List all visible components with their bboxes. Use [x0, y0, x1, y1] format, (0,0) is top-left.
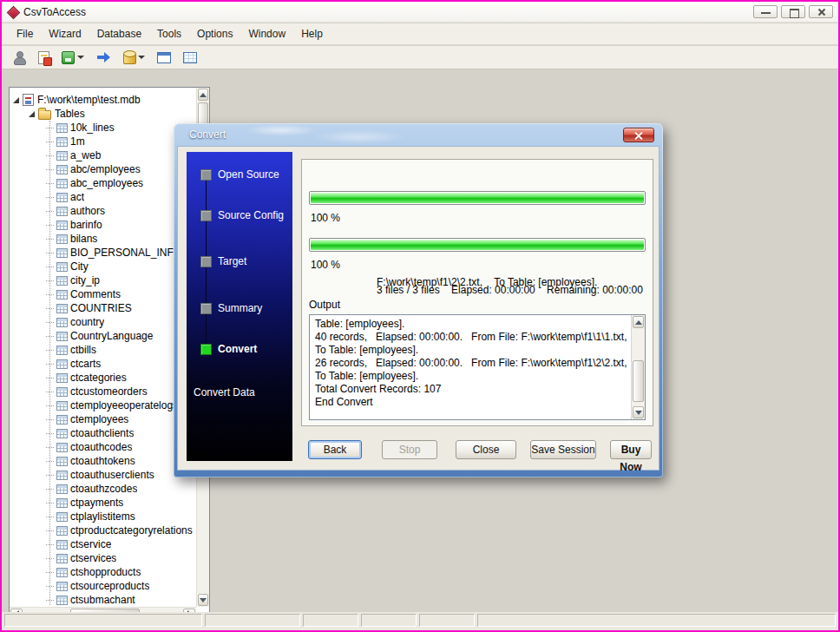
menu-help[interactable]: Help — [293, 25, 331, 43]
step-open-source[interactable]: Open Source — [200, 168, 279, 181]
close-icon[interactable] — [809, 5, 833, 18]
output-line: To Table: [employees]. — [315, 370, 626, 383]
close-button[interactable]: Close — [456, 440, 516, 459]
tree-item-label: City — [70, 260, 89, 273]
window-button[interactable] — [154, 49, 174, 67]
scrollbar-thumb[interactable] — [633, 360, 644, 402]
step-convert[interactable]: Convert — [200, 343, 257, 355]
scroll-down-icon[interactable] — [198, 594, 208, 606]
expand-icon[interactable] — [13, 97, 19, 103]
tree-item-10k-lines[interactable]: 10k_lines — [10, 121, 196, 135]
tree-item-countrylanguage[interactable]: CountryLanguage — [10, 329, 196, 343]
output-scrollbar[interactable] — [631, 315, 645, 419]
tree-item-1m[interactable]: 1m — [10, 135, 196, 148]
tree-item-ctplaylistitems[interactable]: ctplaylistitems — [10, 510, 196, 523]
output-text: Table: [employees].40 records, Elapsed: … — [310, 315, 631, 419]
tree-item-ctcustomeorders[interactable]: ctcustomeorders — [10, 385, 196, 398]
tree-item-ctsourceproducts[interactable]: ctsourceproducts — [10, 579, 196, 593]
dialog-title: Convert — [189, 128, 226, 141]
step-target[interactable]: Target — [200, 255, 246, 267]
scroll-up-icon[interactable] — [198, 89, 208, 101]
dropdown-arrow-icon[interactable] — [138, 56, 145, 59]
tree-item-ctservices[interactable]: ctservices — [10, 551, 196, 565]
dialog-close-icon[interactable] — [623, 128, 654, 142]
tree-item-ctemployeeoperatelogs[interactable]: ctemployeeoperatelogs — [10, 398, 196, 412]
table-button[interactable] — [180, 49, 200, 67]
tree-item-ctproductcategoryrelations[interactable]: ctproductcategoryrelations — [10, 523, 196, 537]
tree-item-label: barinfo — [70, 219, 102, 231]
scroll-up-icon[interactable] — [633, 316, 644, 328]
tree-item-ctoauthcodes[interactable]: ctoauthcodes — [10, 440, 196, 454]
tree-item-authors[interactable]: authors — [10, 204, 196, 218]
output-label: Output — [309, 299, 340, 311]
menu-tools[interactable]: Tools — [149, 25, 189, 43]
step-marker — [200, 210, 212, 221]
tree-item-label: ctoauthzcodes — [70, 483, 137, 495]
tree-item-country[interactable]: country — [10, 315, 196, 329]
tree-item-root[interactable]: F:\work\temp\test.mdb — [10, 93, 196, 107]
import-button[interactable] — [93, 47, 115, 68]
new-file-button[interactable] — [35, 48, 53, 68]
menu-window[interactable]: Window — [240, 25, 293, 43]
tree-item-label: Comments — [70, 288, 121, 300]
tree-item-tables[interactable]: Tables — [10, 107, 196, 121]
tree-item-ctsubmachant[interactable]: ctsubmachant — [10, 593, 196, 607]
step-label: Summary — [218, 302, 262, 314]
tree-item-ctpayments[interactable]: ctpayments — [10, 496, 196, 510]
tree-item-ctcategories[interactable]: ctcategories — [10, 371, 196, 385]
menu-wizard[interactable]: Wizard — [41, 25, 89, 43]
table-icon — [56, 179, 68, 188]
tree-item-a-web[interactable]: a_web — [10, 148, 196, 162]
tree-item-city-ip[interactable]: city_ip — [10, 273, 196, 287]
tree-item-act[interactable]: act — [10, 190, 196, 204]
tree-item-ctcarts[interactable]: ctcarts — [10, 357, 196, 371]
tree-item-label: ctproductcategoryrelations — [70, 524, 193, 537]
step-source-config[interactable]: Source Config — [200, 209, 284, 221]
tree-item-bio-personal-inf[interactable]: BIO_PERSONAL_INF — [10, 246, 196, 260]
status-panel — [205, 614, 300, 627]
tree-item-city[interactable]: City — [10, 260, 196, 273]
table-icon — [56, 151, 68, 161]
maximize-icon[interactable] — [781, 5, 805, 18]
toolbar — [2, 46, 838, 69]
tree-item-ctoauthuserclients[interactable]: ctoauthuserclients — [10, 468, 196, 482]
tree-item-comments[interactable]: Comments — [10, 287, 196, 301]
titlebar: CsvToAccess — [2, 2, 838, 23]
table-icon — [56, 443, 68, 452]
dialog-steps: Convert Data Open SourceSource ConfigTar… — [187, 152, 292, 461]
save-session-button[interactable]: Save Session — [530, 440, 596, 459]
tree-item-barinfo[interactable]: barinfo — [10, 218, 196, 232]
tree-item-abc-employees[interactable]: abc_employees — [10, 176, 196, 190]
tree-item-label: ctservices — [70, 552, 116, 564]
expand-icon[interactable] — [29, 111, 35, 117]
tree-item-ctemployees[interactable]: ctemployees — [10, 412, 196, 426]
menu-database[interactable]: Database — [89, 25, 149, 43]
tree-item-bilans[interactable]: bilans — [10, 232, 196, 246]
tree-item-ctoauthtokens[interactable]: ctoauthtokens — [10, 454, 196, 468]
back-button[interactable]: Back — [308, 440, 362, 459]
save-button[interactable] — [58, 48, 88, 68]
tree-item-label: bilans — [70, 233, 97, 245]
menu-options[interactable]: Options — [189, 25, 240, 43]
user-button[interactable] — [9, 47, 30, 68]
total-progress-bar — [309, 238, 646, 252]
scroll-down-icon[interactable] — [633, 406, 644, 418]
tree-item-countries[interactable]: COUNTRIES — [10, 301, 196, 315]
tree-item-ctoauthzcodes[interactable]: ctoauthzcodes — [10, 482, 196, 496]
tree-item-ctbills[interactable]: ctbills — [10, 343, 196, 357]
table-icon — [56, 568, 68, 577]
tree-item-ctoauthclients[interactable]: ctoauthclients — [10, 426, 196, 440]
tree-item-label: authors — [70, 205, 105, 217]
stop-button: Stop — [382, 440, 437, 459]
tree-item-ctservice[interactable]: ctservice — [10, 537, 196, 551]
step-summary[interactable]: Summary — [200, 302, 262, 314]
menu-file[interactable]: File — [9, 25, 41, 43]
buy-now-button[interactable]: Buy Now — [610, 440, 652, 459]
tree-item-abc-employees[interactable]: abc/employees — [10, 162, 196, 176]
dropdown-arrow-icon[interactable] — [77, 56, 84, 59]
minimize-icon[interactable] — [753, 5, 778, 18]
tree-item-ctshopproducts[interactable]: ctshopproducts — [10, 565, 196, 579]
output-box[interactable]: Table: [employees].40 records, Elapsed: … — [309, 314, 646, 420]
tree-item-label: ctoauthcodes — [70, 441, 132, 453]
database-button[interactable] — [120, 47, 148, 68]
